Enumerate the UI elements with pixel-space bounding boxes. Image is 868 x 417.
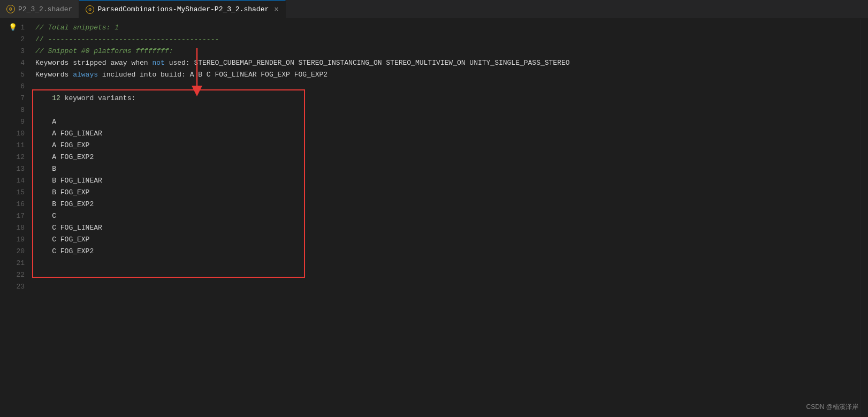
tab-p2-3-2[interactable]: ⚙ P2_3_2.shader bbox=[0, 0, 79, 18]
bulb-icon[interactable]: 💡 bbox=[9, 22, 17, 34]
code-line-19: C FOG_EXP bbox=[35, 234, 861, 246]
code-line-6 bbox=[35, 81, 861, 93]
tab-label-2: ParsedCombinations-MyShader-P2_3_2.shade… bbox=[97, 5, 269, 13]
code-line-14: B FOG_LINEAR bbox=[35, 175, 861, 187]
line-number-6: 6 bbox=[4, 81, 25, 93]
tab-icon-2: ⚙ bbox=[86, 5, 94, 14]
tab-close-button[interactable]: × bbox=[274, 6, 278, 13]
code-line-23 bbox=[35, 281, 861, 293]
line-number-23: 23 bbox=[4, 281, 25, 293]
line-number-18: 18 bbox=[4, 222, 25, 234]
line-number-19: 19 bbox=[4, 234, 25, 246]
code-content: // Total snippets: 1 // ----------------… bbox=[31, 19, 861, 417]
line-number-11: 11 bbox=[4, 140, 25, 151]
line-number-14: 14 bbox=[4, 175, 25, 187]
code-line-13: B bbox=[35, 163, 861, 175]
code-line-5: Keywords always included into build: A B… bbox=[35, 69, 861, 81]
code-line-21 bbox=[35, 257, 861, 269]
code-line-20: C FOG_EXP2 bbox=[35, 246, 861, 257]
code-line-8 bbox=[35, 104, 861, 116]
line-number-4: 4 bbox=[4, 57, 25, 69]
code-line-9: A bbox=[35, 116, 861, 128]
code-line-22 bbox=[35, 269, 861, 281]
line-number-22: 22 bbox=[4, 269, 25, 281]
line-number-3: 3 bbox=[4, 46, 25, 57]
code-line-16: B FOG_EXP2 bbox=[35, 199, 861, 210]
code-line-4: Keywords stripped away when not used: ST… bbox=[35, 57, 861, 69]
tab-parsed-combinations[interactable]: ⚙ ParsedCombinations-MyShader-P2_3_2.sha… bbox=[79, 0, 285, 18]
line2-text: // -------------------------------------… bbox=[35, 34, 219, 46]
code-line-17: C bbox=[35, 210, 861, 222]
line-number-13: 13 bbox=[4, 163, 25, 175]
line1-text: // Total snippets: 1 bbox=[35, 22, 119, 34]
tab-label-1: P2_3_2.shader bbox=[18, 5, 72, 13]
code-line-10: A FOG_LINEAR bbox=[35, 128, 861, 140]
line-number-8: 8 bbox=[4, 104, 25, 116]
tab-icon-1: ⚙ bbox=[6, 5, 15, 13]
code-line-3: // Snippet #0 platforms ffffffff: bbox=[35, 46, 861, 57]
line-number-1: 💡 1 bbox=[4, 22, 25, 34]
code-line-12: A FOG_EXP2 bbox=[35, 151, 861, 163]
line-number-17: 17 bbox=[4, 210, 25, 222]
line-number-9: 9 bbox=[4, 116, 25, 128]
line3-text: // Snippet #0 platforms ffffffff: bbox=[35, 46, 173, 57]
line-number-2: 2 bbox=[4, 34, 25, 46]
watermark: CSDN @楠溪泽岸 bbox=[806, 403, 858, 412]
editor: 💡 1 2 3 4 5 6 7 8 9 10 11 12 13 14 15 16… bbox=[0, 19, 868, 417]
code-line-1: // Total snippets: 1 bbox=[35, 22, 861, 34]
code-line-15: B FOG_EXP bbox=[35, 187, 861, 199]
scrollbar[interactable] bbox=[861, 19, 868, 417]
code-line-7: 12 keyword variants: bbox=[35, 93, 861, 104]
line-number-5: 5 bbox=[4, 69, 25, 81]
tab-bar: ⚙ P2_3_2.shader ⚙ ParsedCombinations-MyS… bbox=[0, 0, 868, 19]
line-number-21: 21 bbox=[4, 257, 25, 269]
line-number-16: 16 bbox=[4, 199, 25, 210]
line-number-15: 15 bbox=[4, 187, 25, 199]
line-number-20: 20 bbox=[4, 246, 25, 257]
code-line-18: C FOG_LINEAR bbox=[35, 222, 861, 234]
line-number-12: 12 bbox=[4, 151, 25, 163]
line-numbers: 💡 1 2 3 4 5 6 7 8 9 10 11 12 13 14 15 16… bbox=[0, 19, 31, 417]
line-number-7: 7 bbox=[4, 93, 25, 104]
code-line-11: A FOG_EXP bbox=[35, 140, 861, 151]
code-line-2: // -------------------------------------… bbox=[35, 34, 861, 46]
line-number-10: 10 bbox=[4, 128, 25, 140]
